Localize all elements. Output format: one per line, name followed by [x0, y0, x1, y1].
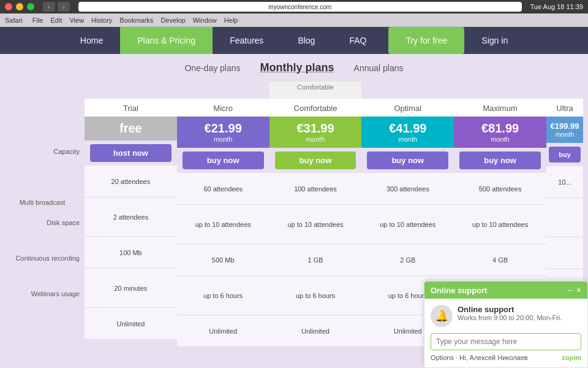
micro-multi: up to 10 attendees [177, 205, 270, 244]
titlebar-time: Tue Aug 18 11:39 [530, 3, 583, 10]
optimal-price: €41.99 month [361, 117, 454, 148]
trial-disk: 100 Mb [85, 237, 177, 269]
micro-price-value: €21.99 [179, 121, 267, 136]
toolbar-file[interactable]: File [32, 17, 43, 24]
trial-webinars: Unlimited [85, 308, 177, 340]
nav-features[interactable]: Features [213, 27, 281, 54]
minimize-btn[interactable] [16, 3, 23, 10]
forward-btn[interactable]: › [58, 2, 70, 12]
trial-price: free [85, 117, 177, 140]
support-title: Online support [431, 286, 487, 295]
url-bar[interactable]: myownconference.com [78, 2, 522, 12]
maximum-btn[interactable]: buy now [459, 151, 541, 169]
label-capacity: Capacity [5, 136, 85, 167]
trial-price-value: free [87, 121, 175, 136]
ultra-capacity: 10... [546, 166, 583, 198]
url-text: myownconference.com [268, 4, 331, 10]
main-nav: Home Plans & Pricing Features Blog FAQ T… [0, 27, 588, 54]
tab-annual[interactable]: Annual plans [354, 63, 404, 73]
ultra-period: month [549, 131, 581, 138]
toolbar-help[interactable]: Help [224, 17, 238, 24]
comfortable-disk: 1 GB [270, 244, 362, 276]
maximum-capacity: 500 attendees [454, 173, 546, 205]
support-close-btn[interactable]: × [576, 285, 581, 295]
trial-capacity: 20 attendees [85, 166, 177, 197]
label-recording-text: Continuous recording [15, 255, 80, 262]
nav-plans[interactable]: Plans & Pricing [120, 27, 213, 54]
support-input[interactable] [431, 333, 581, 350]
toolbar-edit[interactable]: Edit [50, 17, 62, 24]
ultra-btn[interactable]: buy [549, 147, 581, 163]
nav-faq[interactable]: FAQ [332, 27, 383, 54]
options-label[interactable]: Options [431, 354, 454, 361]
optimal-multi: up to 10 attendees [361, 205, 454, 244]
support-agent: 🔔 Online support Works from 9:00 to 20:0… [431, 305, 581, 327]
maximum-price: €81.99 month [454, 117, 546, 148]
nav-blog[interactable]: Blog [281, 27, 332, 54]
optimal-btn[interactable]: buy now [367, 151, 448, 169]
nav-sign-in[interactable]: Sign in [464, 27, 525, 54]
comfortable-capacity: 100 attendees [270, 173, 362, 205]
label-multi-text: Multi broadcast [20, 199, 66, 206]
support-header-actions: − × [568, 285, 581, 295]
ultra-disk [546, 237, 583, 269]
trial-btn[interactable]: host now [90, 144, 172, 162]
toolbar-view[interactable]: View [69, 17, 84, 24]
trial-header [85, 82, 177, 99]
plan-comfortable: Comfortable Comfortable €31.99 month buy… [270, 82, 362, 347]
nav-home[interactable]: Home [63, 27, 120, 54]
nav-try-free[interactable]: Try for free [388, 27, 464, 54]
comfortable-price-value: €31.99 [272, 121, 360, 136]
maximize-btn[interactable] [27, 3, 34, 10]
toolbar-develop[interactable]: Develop [160, 17, 185, 24]
comfortable-multi: up to 10 attendees [270, 205, 362, 244]
optimal-period: month [364, 136, 451, 143]
toolbar-safari[interactable]: Safari [5, 17, 23, 24]
agent-avatar: 🔔 [431, 305, 453, 327]
comfortable-period: month [272, 136, 360, 143]
nav-arrows[interactable]: ‹ › [43, 2, 70, 12]
comfortable-price: €31.99 month [270, 117, 362, 148]
agent-status: Works from 9:00 to 20:00, Mon-Fri. [458, 314, 581, 321]
feature-labels-column: Capacity Multi broadcast Disk space Cont… [5, 82, 85, 310]
close-btn[interactable] [5, 3, 12, 10]
greeting-text: Hi, Алексей Николаев [459, 354, 528, 361]
comfortable-recording: up to 6 hours [270, 276, 362, 315]
plan-micro: Micro €21.99 month buy now 60 attendees … [177, 82, 270, 347]
micro-disk: 500 Mb [177, 244, 270, 276]
toolbar-history[interactable]: History [91, 17, 112, 24]
maximum-multi: up to 10 attendees [454, 205, 546, 244]
micro-period: month [179, 136, 267, 143]
ultra-price-value: €199.99 [549, 121, 581, 131]
browser-toolbar: Safari File Edit View History Bookmarks … [0, 13, 588, 27]
comfortable-btn[interactable]: buy now [275, 151, 356, 169]
back-btn[interactable]: ‹ [43, 2, 55, 12]
plan-trial: Trial free host now 20 attendees 2 atten… [85, 82, 177, 340]
label-multibroadcast: Multi broadcast [5, 167, 85, 207]
support-minimize-btn[interactable]: − [568, 285, 573, 295]
zopim-logo: zopim [562, 354, 581, 361]
micro-header [177, 82, 270, 99]
tab-one-day[interactable]: One-day plans [184, 63, 240, 73]
ultra-multi [546, 198, 583, 237]
optimal-name: Optimal [361, 99, 454, 117]
maximum-period: month [456, 136, 544, 143]
tab-monthly[interactable]: Monthly plans [260, 61, 334, 74]
comfortable-name: Comfortable [270, 99, 362, 117]
support-footer: Options · Hi, Алексей Николаев zopim [431, 354, 581, 361]
trial-recording: 20 minutes [85, 269, 177, 308]
maximum-disk: 4 GB [454, 244, 546, 276]
optimal-price-value: €41.99 [364, 121, 451, 136]
plan-tabs: One-day plans Monthly plans Annual plans [0, 54, 588, 79]
support-options: Options · Hi, Алексей Николаев [431, 354, 528, 361]
optimal-header [361, 82, 454, 99]
agent-name: Online support [458, 305, 581, 314]
toolbar-window[interactable]: Window [193, 17, 217, 24]
micro-btn[interactable]: buy now [183, 151, 264, 169]
comfortable-banner: Comfortable [270, 82, 362, 99]
ultra-name: Ultra [546, 99, 583, 117]
toolbar-bookmarks[interactable]: Bookmarks [119, 17, 153, 24]
optimal-capacity: 300 attendees [361, 173, 454, 205]
support-body: 🔔 Online support Works from 9:00 to 20:0… [424, 299, 587, 367]
ultra-price: €199.99 month [546, 117, 583, 143]
